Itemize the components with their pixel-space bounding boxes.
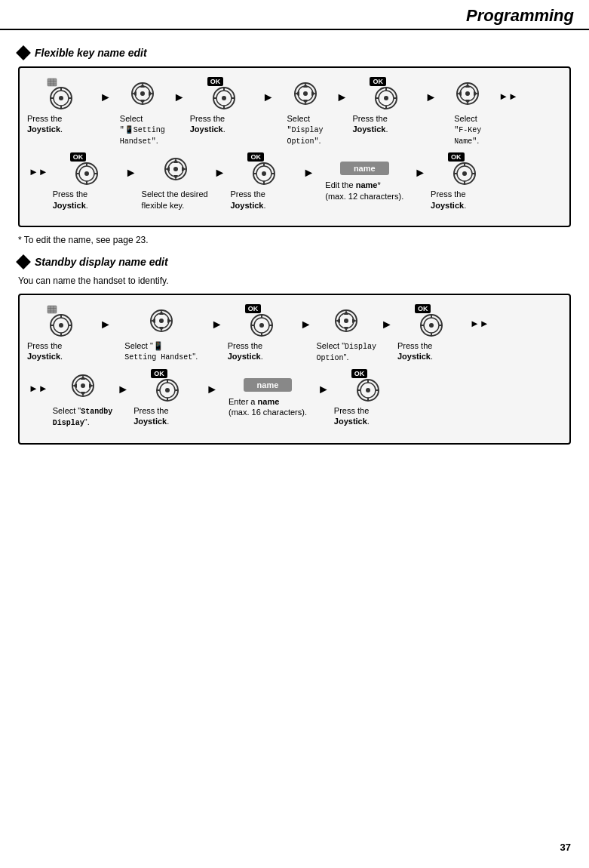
svg-point-97 [259, 323, 264, 328]
svg-point-71 [462, 171, 467, 176]
step-name-field-1: name Edit the name*(max. 12 characters). [319, 152, 410, 202]
diamond-icon-2 [16, 254, 31, 269]
step-label-8: Select the desired flexible key. [142, 189, 210, 211]
s2-step-label-4: Select "DisplayOption". [317, 340, 377, 363]
arrow-5: ► [423, 91, 438, 104]
s2-step-select-setting: Select "📱Setting Handset". [116, 304, 207, 362]
step-press-joystick-ok-1: OK Press the Joystick. [190, 77, 258, 135]
section1-row1: Press the Joystick. ► Select"📱SettingHan… [27, 77, 562, 146]
section1-instruction-box: Press the Joystick. ► Select"📱SettingHan… [18, 66, 571, 227]
s2-step-label-2: Select "📱Setting Handset". [124, 340, 198, 362]
s2-step-joystick-ok-3: OK Press the Joystick. [133, 369, 201, 427]
arrow-1: ► [98, 91, 113, 104]
s2-double-arrow-left: ►► [27, 383, 50, 394]
s2-arrow-6: ► [204, 383, 219, 396]
s2-step-joystick-ok-2: OK Press the Joystick. [397, 304, 465, 362]
svg-point-118 [81, 383, 85, 388]
step-label-1: Press the Joystick. [27, 113, 95, 135]
step-press-joystick-ok-3: OK Press the Joystick. [53, 152, 121, 211]
step-label-2: Select"📱SettingHandset". [120, 113, 165, 146]
svg-point-132 [366, 388, 370, 392]
s2-arrow-4: ► [379, 318, 394, 331]
page-title: Programming [0, 0, 589, 30]
svg-point-111 [429, 323, 434, 328]
s2-step-press-joystick-1: Press the Joystick. [27, 304, 95, 362]
step-select-flexible-key: Select the desired flexible key. [142, 152, 210, 211]
s2-step-select-standby: Select "StandbyDisplay". [53, 369, 113, 428]
step-label-7: Press the Joystick. [53, 189, 121, 211]
arrow-9: ► [413, 166, 428, 180]
s2-step-joystick-ok-1: OK Press the Joystick. [228, 304, 296, 362]
section2-subtitle: You can name the handset to identify. [18, 275, 571, 286]
arrow-8: ► [301, 166, 316, 180]
step-press-joystick-ok-2: OK Press the Joystick. [352, 77, 420, 135]
arrow-6: ► [124, 166, 139, 180]
svg-point-22 [222, 96, 226, 100]
arrow-4: ► [335, 91, 350, 104]
svg-point-36 [384, 96, 388, 100]
step-label-9: Press the Joystick. [230, 189, 298, 211]
s2-arrow-1: ► [98, 318, 113, 331]
s2-arrow-5: ► [115, 383, 130, 396]
s2-arrow-3: ► [299, 318, 314, 331]
page-number: 37 [560, 842, 571, 853]
svg-point-29 [303, 91, 308, 96]
s2-step-label-6: Select "StandbyDisplay". [53, 405, 113, 428]
s2-step-select-display: Select "DisplayOption". [317, 304, 377, 363]
section2-row2: ►► Select "StandbyDisplay". ► [27, 369, 562, 428]
svg-point-64 [262, 171, 266, 176]
step-select-setting: Select"📱SettingHandset". [116, 77, 169, 146]
section2-row1: Press the Joystick. ► Select "📱Setting H… [27, 304, 562, 363]
svg-rect-8 [48, 78, 57, 86]
double-arrow-left-1: ►► [27, 166, 50, 177]
step-label-5: Press the Joystick. [352, 113, 420, 135]
s2-arrow-7: ► [316, 383, 331, 396]
s2-step-label-1: Press the Joystick. [27, 340, 95, 362]
s2-step-label-3: Press the Joystick. [228, 340, 296, 362]
page-content: Flexible key name edit [0, 30, 589, 461]
s2-step-label-8: Enter a name(max. 16 characters). [229, 396, 307, 418]
svg-point-104 [344, 319, 348, 323]
section1-row2: ►► OK Press the Joystick. [27, 152, 562, 211]
svg-point-15 [140, 91, 145, 96]
section2-title: Standby display name edit [18, 256, 571, 268]
double-arrow-right-1: ►► [497, 91, 520, 102]
step-press-joystick-1: Press the Joystick. [27, 77, 95, 135]
svg-rect-76 [48, 306, 57, 313]
svg-point-125 [165, 388, 170, 392]
section1-title: Flexible key name edit [18, 47, 571, 59]
section2-instruction-box: Press the Joystick. ► Select "📱Setting H… [18, 294, 571, 445]
s2-step-name-field: name Enter a name(max. 16 characters). [222, 369, 313, 418]
svg-point-3 [59, 96, 63, 100]
svg-point-57 [173, 167, 178, 171]
step-press-joystick-ok-5: OK Press the Joystick. [431, 152, 499, 211]
s2-double-arrow-1: ►► [468, 318, 491, 329]
arrow-7: ► [213, 166, 228, 180]
s2-arrow-2: ► [210, 318, 225, 331]
section1-footnote: * To edit the name, see page 23. [18, 235, 571, 245]
step-select-display: Select"DisplayOption". [279, 77, 332, 146]
s2-step-label-9: Press the Joystick. [334, 405, 402, 427]
diamond-icon [16, 45, 31, 60]
step-press-joystick-ok-4: OK Press the Joystick. [230, 152, 298, 211]
step-label-3: Press the Joystick. [190, 113, 258, 135]
s2-step-joystick-ok-4: OK Press the Joystick. [334, 369, 402, 427]
arrow-3: ► [261, 91, 276, 104]
arrow-2: ► [172, 91, 187, 104]
step-label-6: Select"F-KeyName". [454, 113, 481, 146]
step-label-4: Select"DisplayOption". [287, 113, 324, 146]
step-label-10: Edit the name*(max. 12 characters). [325, 180, 403, 202]
svg-point-83 [59, 323, 63, 328]
step-select-fkey: Select"F-KeyName". [441, 77, 494, 146]
s2-step-label-5: Press the Joystick. [397, 340, 465, 362]
svg-point-50 [84, 171, 89, 176]
step-label-11: Press the Joystick. [431, 189, 499, 211]
svg-point-90 [159, 319, 164, 323]
s2-step-label-7: Press the Joystick. [133, 405, 201, 427]
svg-point-43 [465, 91, 470, 96]
